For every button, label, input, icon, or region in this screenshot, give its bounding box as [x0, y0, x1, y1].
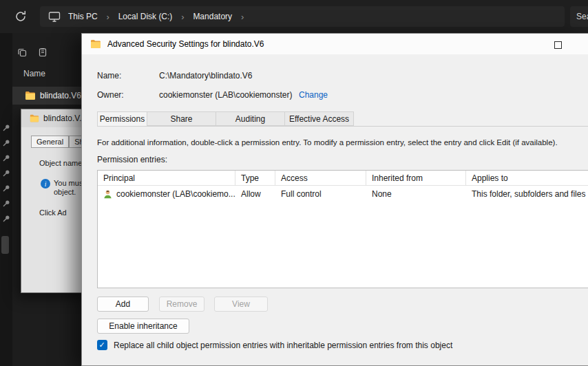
paste-icon[interactable] [37, 47, 48, 58]
remove-button[interactable]: Remove [159, 297, 204, 312]
cell-type: Allow [235, 189, 275, 199]
cell-applies-to: This folder, subfolders and files [466, 189, 588, 199]
this-pc-icon [48, 10, 61, 23]
file-name-label: blindato.V6 [40, 91, 81, 100]
properties-info-text: object. [54, 188, 76, 196]
properties-dialog-title: blindato.V... [43, 114, 86, 123]
advanced-security-dialog: Advanced Security Settings for blindato.… [81, 33, 588, 366]
svg-text:i: i [45, 181, 47, 188]
properties-info-text: You mus [54, 179, 83, 187]
cell-principal: cookiemonster (LAB\cookiemo... [116, 189, 235, 199]
copy-icon[interactable] [17, 47, 28, 58]
pin-icon [2, 184, 10, 193]
chevron-right-icon[interactable] [240, 12, 245, 22]
dialog-tabs: Permissions Share Auditing Effective Acc… [97, 111, 354, 127]
properties-dialog-titlebar: blindato.V... [21, 109, 89, 127]
tab-permissions[interactable]: Permissions [97, 111, 147, 127]
cell-access: Full control [275, 189, 366, 199]
tab-auditing[interactable]: Auditing [216, 111, 285, 126]
dialog-titlebar[interactable]: Advanced Security Settings for blindato.… [82, 34, 588, 54]
column-header-access[interactable]: Access [275, 171, 366, 185]
column-header-name[interactable]: Name [23, 69, 45, 78]
permissions-help-text: For additional information, double-click… [97, 138, 587, 147]
pin-icon [2, 200, 10, 208]
pin-icon [2, 215, 10, 223]
permission-entries-table: Principal Type Access Inherited from App… [97, 170, 588, 288]
info-icon: i [41, 179, 50, 189]
dialog-title: Advanced Security Settings for blindato.… [107, 39, 264, 49]
replace-permissions-row: Replace all child object permission entr… [97, 340, 452, 350]
replace-permissions-checkbox[interactable] [97, 340, 107, 350]
name-label: Name: [97, 71, 121, 80]
tab-general[interactable]: General [31, 136, 69, 148]
pin-icon [2, 139, 10, 147]
chevron-right-icon[interactable] [105, 12, 111, 22]
column-header-principal[interactable]: Principal [98, 171, 235, 185]
pin-icon [2, 124, 10, 132]
enable-inheritance-button[interactable]: Enable inheritance [97, 319, 189, 334]
search-input[interactable]: Sea [570, 6, 588, 27]
owner-label: Owner: [97, 90, 124, 100]
properties-info-text: Click Ad [39, 208, 67, 217]
navigation-rail [0, 33, 12, 366]
chevron-right-icon[interactable] [180, 12, 185, 22]
refresh-icon[interactable] [14, 10, 28, 23]
properties-dialog: blindato.V... General Sha Object name: i… [21, 109, 90, 293]
add-button[interactable]: Add [97, 297, 149, 312]
view-button[interactable]: View [214, 297, 268, 312]
tab-share[interactable]: Share [147, 111, 216, 126]
column-header-type[interactable]: Type [235, 171, 275, 185]
breadcrumb-item-this-pc[interactable]: This PC [68, 12, 98, 21]
scroll-indicator [1, 236, 9, 254]
change-owner-link[interactable]: Change [299, 90, 328, 100]
pin-icon [2, 169, 10, 177]
folder-icon [30, 114, 39, 123]
tab-effective-access[interactable]: Effective Access [285, 111, 354, 126]
table-row[interactable]: cookiemonster (LAB\cookiemo... Allow Ful… [98, 186, 588, 202]
maximize-icon[interactable] [554, 41, 562, 49]
replace-permissions-label: Replace all child object permission entr… [114, 341, 452, 350]
search-text: Sea [576, 12, 588, 21]
breadcrumb-item-mandatory[interactable]: Mandatory [193, 12, 232, 21]
explorer-top-bar: This PC Local Disk (C:) Mandatory Sea [0, 0, 588, 33]
object-name-label: Object name: [39, 159, 84, 167]
user-icon [103, 189, 113, 200]
file-item-blindato[interactable]: blindato.V6 [12, 87, 81, 105]
owner-value: cookiemonster (LAB\cookiemonster) [159, 90, 292, 100]
pin-icon [2, 154, 10, 162]
column-header-inherited-from[interactable]: Inherited from [366, 171, 466, 185]
permission-entries-label: Permission entries: [97, 155, 167, 164]
folder-icon [25, 90, 36, 101]
cell-inherited-from: None [366, 189, 466, 199]
folder-icon [90, 39, 101, 50]
name-value: C:\Mandatory\blindato.V6 [159, 71, 252, 80]
table-header-row: Principal Type Access Inherited from App… [98, 171, 588, 186]
column-header-applies-to[interactable]: Applies to [466, 171, 588, 185]
address-bar[interactable]: This PC Local Disk (C:) Mandatory [40, 6, 565, 27]
breadcrumb-item-local-disk[interactable]: Local Disk (C:) [118, 12, 173, 21]
